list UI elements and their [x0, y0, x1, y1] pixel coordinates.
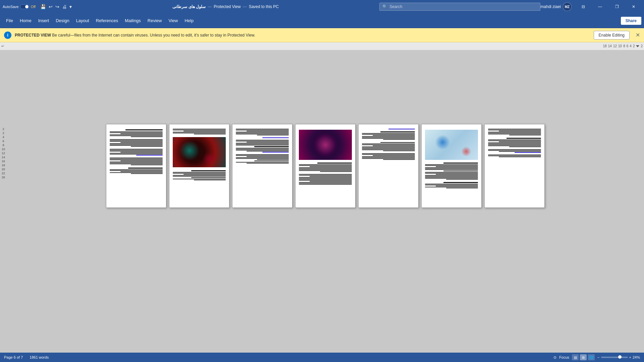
p4-t7 [299, 170, 352, 171]
menu-home[interactable]: Home [16, 16, 35, 25]
autosave-switch[interactable] [20, 4, 30, 9]
restore-button[interactable]: ❐ [609, 0, 625, 13]
menu-layout[interactable]: Layout [73, 16, 93, 25]
undo-icon[interactable]: ↩ [49, 4, 53, 9]
lr-4: 4 [2, 135, 4, 139]
p6-sub1 [443, 163, 478, 164]
p5-t6 [362, 138, 415, 139]
menu-design[interactable]: Design [52, 16, 72, 25]
p7-sub1 [506, 138, 541, 139]
document-view [7, 50, 644, 353]
p7-t12 [488, 143, 541, 144]
p3-t3 [247, 131, 289, 131]
left-ruler: 2 2 4 6 8 10 12 14 16 18 20 22 26 [0, 50, 7, 353]
enable-editing-button[interactable]: Enable Editing [594, 31, 630, 40]
p5-link1 [388, 129, 415, 129]
p4-t17 [299, 182, 352, 183]
p5-t9 [362, 144, 415, 145]
p5-t19 [362, 156, 415, 157]
customize-icon[interactable]: ▾ [69, 4, 72, 9]
p1-t25 [110, 162, 163, 162]
p5-t12 [362, 147, 415, 148]
lr-2b: 2 [2, 131, 4, 135]
layout-icon[interactable]: ⊟ [576, 0, 591, 13]
protected-icon-text: i [7, 33, 8, 38]
p3-t6 [236, 134, 289, 134]
focus-label[interactable]: Focus [559, 355, 569, 359]
p6-t10 [425, 175, 478, 176]
p3-link2 [262, 152, 289, 153]
protected-icon: i [4, 32, 11, 39]
p6-t15 [425, 184, 478, 184]
p3-t18 [236, 154, 289, 155]
word-count: 1861 words [30, 355, 49, 359]
minimize-icon: — [598, 4, 602, 9]
p7-t15 [509, 146, 541, 147]
p2-t10 [173, 175, 226, 176]
p3-t8 [236, 140, 289, 140]
p6-sub2 [443, 171, 478, 172]
menu-review[interactable]: Review [144, 16, 165, 25]
p1-t22 [110, 159, 163, 159]
redo-icon[interactable]: ↪ [55, 4, 59, 9]
p6-t19 [446, 188, 478, 188]
title-separator2: — [243, 4, 247, 9]
p1-h1 [125, 129, 163, 130]
protected-close-icon[interactable]: ✕ [636, 32, 640, 38]
menu-mailings[interactable]: Mailings [121, 16, 144, 25]
menu-help[interactable]: Help [181, 16, 197, 25]
close-icon: ✕ [632, 4, 635, 9]
user-avatar[interactable]: MZ [563, 2, 572, 11]
zoom-slider[interactable] [601, 357, 628, 358]
page-4-image [299, 130, 352, 160]
page-6-content [422, 124, 481, 193]
p7-t2 [488, 130, 541, 130]
autosave-state: Off [31, 5, 36, 9]
autosave-toggle[interactable]: AutoSave Off [3, 4, 36, 9]
p3-link1 [262, 137, 289, 138]
p7-t17 [488, 150, 541, 151]
menu-view[interactable]: View [165, 16, 181, 25]
print-icon[interactable]: 🖨 [62, 4, 67, 9]
ruler-numbers: 18 14 12 10 8 6 4 2 2 [603, 44, 643, 48]
p5-t18 [373, 155, 415, 156]
p4-t6 [299, 169, 352, 170]
view-multiple-icon[interactable]: ⊞ [580, 354, 587, 360]
p4-t14 [299, 179, 352, 180]
p1-t23 [110, 160, 163, 160]
minimize-button[interactable]: — [592, 0, 608, 13]
page-6 [421, 124, 482, 208]
zoom-level: 24% [633, 355, 640, 359]
menu-insert[interactable]: Insert [35, 16, 53, 25]
p5-t21 [362, 158, 415, 159]
save-icon[interactable]: 💾 [40, 4, 46, 9]
p2-t6 [194, 134, 226, 134]
p7-t11 [488, 142, 541, 143]
p3-t11 [236, 143, 289, 143]
lr-8: 8 [2, 143, 4, 147]
p2-t13 [194, 180, 226, 180]
p1-t11 [110, 143, 163, 144]
share-button[interactable]: Share [621, 17, 641, 25]
zoom-plus-icon[interactable]: + [629, 355, 631, 359]
p6-t5 [425, 168, 478, 169]
p3-t22 [236, 158, 289, 159]
pages-row [99, 124, 551, 208]
view-web-icon[interactable]: 🌐 [588, 354, 595, 360]
view-print-icon[interactable]: ▤ [572, 354, 579, 360]
close-button[interactable]: ✕ [626, 0, 641, 13]
p6-t7 [425, 172, 478, 173]
zoom-slider-thumb[interactable] [618, 355, 622, 359]
zoom-minus-icon[interactable]: − [597, 355, 599, 359]
menu-file[interactable]: File [3, 16, 16, 25]
ruler-triangle [636, 45, 639, 47]
p1-link1 [136, 155, 163, 156]
user-name: mahdi ziaei [540, 4, 561, 9]
lr-10: 10 [2, 147, 5, 151]
lr-6: 6 [2, 139, 4, 143]
menu-references[interactable]: References [93, 16, 121, 25]
p7-t13 [488, 144, 541, 145]
search-bar[interactable]: 🔍 Search [379, 3, 540, 11]
p6-t16 [425, 185, 478, 185]
restore-icon: ❐ [615, 4, 619, 9]
